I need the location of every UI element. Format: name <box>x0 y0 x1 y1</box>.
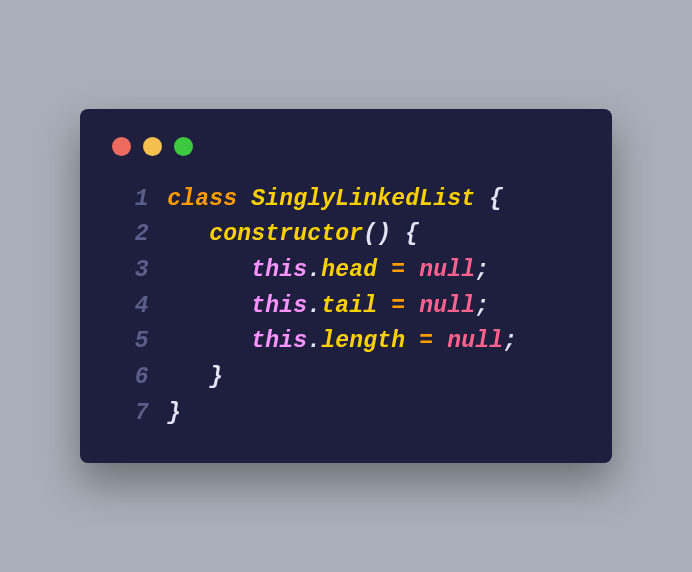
token-paren: ) <box>377 221 391 247</box>
token-brace: { <box>405 221 419 247</box>
zoom-icon[interactable] <box>174 137 193 156</box>
close-icon[interactable] <box>112 137 131 156</box>
token-property: head <box>321 257 377 283</box>
code-line: 3 this.head = null; <box>112 253 580 289</box>
token-property: tail <box>321 293 377 319</box>
token-classname: SinglyLinkedList <box>251 186 475 212</box>
token-null: null <box>419 293 475 319</box>
line-number: 6 <box>112 360 149 396</box>
window-titlebar <box>112 137 580 156</box>
code-line: 4 this.tail = null; <box>112 289 580 325</box>
token-brace: } <box>209 364 223 390</box>
token-operator: = <box>391 293 405 319</box>
token-this: this <box>251 257 307 283</box>
token-semi: ; <box>475 293 489 319</box>
code-line: 5 this.length = null; <box>112 324 580 360</box>
token-constructor: constructor <box>209 221 363 247</box>
code-line: 1class SinglyLinkedList { <box>112 182 580 218</box>
line-number: 3 <box>112 253 149 289</box>
line-number: 7 <box>112 396 149 432</box>
token-property: length <box>321 328 405 354</box>
code-line: 2 constructor() { <box>112 217 580 253</box>
token-dot: . <box>307 257 321 283</box>
code-line: 6 } <box>112 360 580 396</box>
token-brace: { <box>489 186 503 212</box>
code-window: 1class SinglyLinkedList { 2 constructor(… <box>80 109 612 463</box>
code-line: 7} <box>112 396 580 432</box>
line-number: 2 <box>112 217 149 253</box>
token-dot: . <box>307 328 321 354</box>
token-this: this <box>251 328 307 354</box>
line-number: 1 <box>112 182 149 218</box>
token-brace: } <box>167 400 181 426</box>
code-editor: 1class SinglyLinkedList { 2 constructor(… <box>112 182 580 431</box>
token-null: null <box>447 328 503 354</box>
token-keyword: class <box>167 186 237 212</box>
minimize-icon[interactable] <box>143 137 162 156</box>
token-dot: . <box>307 293 321 319</box>
token-this: this <box>251 293 307 319</box>
token-null: null <box>419 257 475 283</box>
line-number: 4 <box>112 289 149 325</box>
line-number: 5 <box>112 324 149 360</box>
token-operator: = <box>391 257 405 283</box>
token-semi: ; <box>503 328 517 354</box>
token-operator: = <box>419 328 433 354</box>
token-paren: ( <box>363 221 377 247</box>
token-semi: ; <box>475 257 489 283</box>
